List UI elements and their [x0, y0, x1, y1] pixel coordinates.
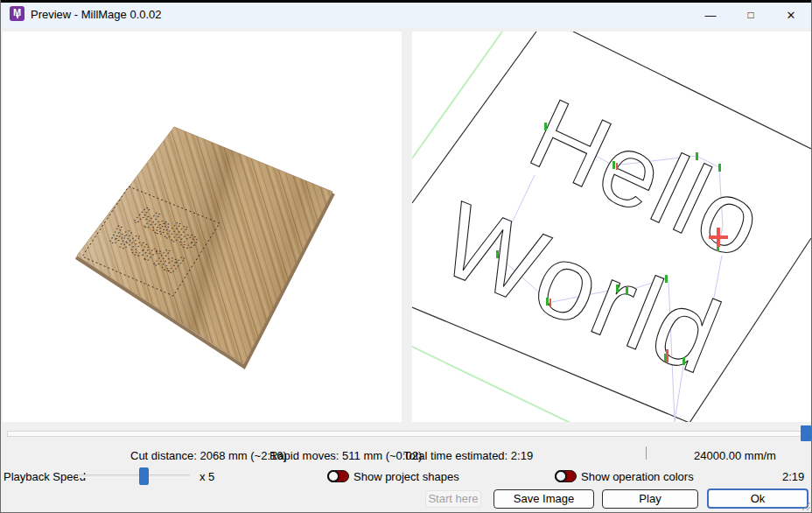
wood-board-scene: Hello World	[3, 32, 402, 422]
close-button[interactable]: ✕	[771, 3, 811, 28]
maximize-button[interactable]: □	[731, 3, 771, 28]
timeline-scrubber[interactable]	[7, 431, 805, 437]
elapsed-time-label: 2:19	[782, 470, 804, 483]
show-operation-colors-toggle[interactable]	[555, 470, 577, 482]
resize-grip[interactable]	[799, 499, 811, 511]
playback-speed-value: x 5	[200, 470, 214, 483]
preview-dialog: M Preview - MillMage 0.0.02 — □ ✕	[0, 0, 812, 513]
ok-button[interactable]: Ok	[707, 488, 808, 509]
play-button[interactable]: Play	[602, 489, 698, 509]
total-time-label: Total time estimated: 2:19	[403, 449, 533, 462]
save-image-button[interactable]: Save Image	[494, 489, 594, 509]
timeline-scrubber-handle[interactable]	[801, 425, 811, 441]
title-bar[interactable]: M Preview - MillMage 0.0.02 — □ ✕	[1, 3, 812, 28]
playback-speed-handle[interactable]	[139, 467, 149, 485]
toggle-knob	[555, 470, 567, 482]
playback-speed-label: Playback Speed	[4, 470, 86, 483]
toolpath-scene: Hello World	[412, 32, 811, 422]
feed-rate-marker	[646, 446, 647, 460]
playback-speed-slider[interactable]	[78, 474, 190, 478]
millmage-logo-icon: M	[10, 6, 24, 21]
cut-distance-label: Cut distance: 2068 mm (~2:16)	[130, 449, 287, 462]
toolpath-viewport[interactable]: Hello World	[412, 32, 811, 422]
minimize-button[interactable]: —	[690, 3, 731, 28]
show-project-shapes-toggle[interactable]	[327, 470, 349, 482]
feed-rate-label: 24000.00 mm/m	[694, 449, 776, 462]
toolpath-letters: Hello World	[426, 77, 781, 397]
window-title: Preview - MillMage 0.0.02	[31, 8, 162, 21]
toggle-knob	[327, 470, 340, 482]
rapid-moves-label: Rapid moves: 511 mm (~0:02)	[270, 449, 422, 462]
show-project-shapes-label: Show project shapes	[354, 470, 459, 483]
render-3d-viewport[interactable]: Hello World	[3, 32, 402, 422]
show-operation-colors-label: Show operation colors	[581, 470, 694, 483]
start-here-button[interactable]: Start here	[425, 490, 481, 508]
